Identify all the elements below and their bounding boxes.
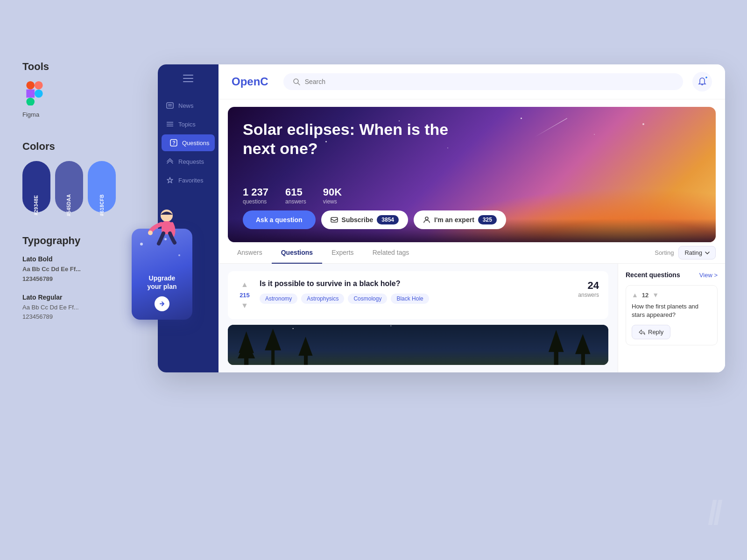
- nav-questions-label: Questions: [182, 140, 210, 147]
- app-logo: OpenC: [232, 75, 268, 88]
- stat-answers: 615 answers: [285, 186, 306, 205]
- color-label-1: #29348E: [34, 195, 39, 216]
- tag-astrophysics[interactable]: Astrophysics: [301, 294, 344, 304]
- expert-icon: [423, 216, 430, 224]
- list-item: ▲ 12 ▼ How the first planets and stars a…: [626, 285, 718, 345]
- expert-button[interactable]: I'm an expert 325: [414, 210, 506, 229]
- color-swatches: #29348E #545DAA #618CFB: [22, 161, 125, 212]
- questions-list: ▲ 215 ▼ Is it possible to survive in a b…: [218, 264, 618, 372]
- table-row: ▲ 215 ▼ Is it possible to survive in a b…: [228, 271, 608, 319]
- hero-banner: Solar eclipses: When is the next one? 1 …: [228, 107, 716, 242]
- svg-point-3: [35, 90, 43, 98]
- svg-text:?: ?: [173, 140, 176, 146]
- rq-vote-count: 12: [642, 292, 648, 299]
- tab-related-tags[interactable]: Related tags: [363, 242, 419, 264]
- questions-icon: ?: [170, 139, 177, 147]
- upgrade-figure: [141, 206, 183, 258]
- sidebar-item-questions[interactable]: ? Questions: [162, 134, 215, 151]
- answers-number: 24: [571, 280, 599, 292]
- reply-button[interactable]: Reply: [632, 325, 670, 339]
- reply-label: Reply: [648, 329, 663, 336]
- search-input[interactable]: [305, 78, 674, 85]
- notification-button[interactable]: [692, 72, 712, 91]
- color-swatch-3: #618CFB: [88, 161, 116, 212]
- svg-point-24: [390, 325, 391, 326]
- hamburger-icon: [183, 75, 193, 82]
- tag-black-hole[interactable]: Black Hole: [391, 294, 429, 304]
- svg-rect-1: [35, 81, 43, 90]
- sidebar-item-favorites[interactable]: Favorites: [158, 172, 218, 189]
- rq-question-text: How the first planets and stars appeared…: [632, 302, 712, 319]
- subscribe-icon: [331, 216, 338, 224]
- app-header: OpenC: [218, 64, 725, 99]
- upgrade-btn[interactable]: [155, 296, 169, 311]
- content-grid: ▲ 215 ▼ Is it possible to survive in a b…: [218, 264, 725, 372]
- expert-count: 325: [478, 215, 497, 224]
- expert-label: I'm an expert: [434, 216, 474, 224]
- tabs-bar: Answers Questions Experts Related tags S…: [218, 242, 725, 264]
- vote-down-button[interactable]: ▼: [240, 301, 250, 311]
- ask-question-button[interactable]: Ask a question: [243, 210, 316, 229]
- tag-cosmology[interactable]: Cosmology: [348, 294, 387, 304]
- svg-rect-4: [26, 98, 35, 105]
- vote-up-button[interactable]: ▲: [240, 280, 250, 290]
- requests-icon: [166, 158, 174, 165]
- search-icon: [293, 78, 300, 85]
- right-sidebar: Recent questions View > ▲ 12 ▼ How the f…: [618, 264, 725, 372]
- favorites-icon: [166, 176, 174, 184]
- notification-dot: [705, 76, 708, 79]
- tab-experts[interactable]: Experts: [322, 242, 363, 264]
- type-block-regular: Lato Regular Aa Bb Cc Dd Ee Ff... 123456…: [22, 294, 125, 322]
- question-title: Is it possible to survive in a black hol…: [260, 280, 564, 288]
- rq-vote-down-button[interactable]: ▼: [652, 291, 659, 299]
- tag-astronomy[interactable]: Astronomy: [260, 294, 297, 304]
- stat-views-value: 90K: [323, 186, 342, 198]
- vote-section: ▲ 215 ▼: [237, 280, 252, 311]
- stat-answers-value: 615: [285, 186, 306, 198]
- svg-rect-8: [167, 103, 173, 108]
- figma-icon: [22, 81, 47, 105]
- svg-point-5: [161, 210, 173, 222]
- type-block-bold: Lato Bold Aa Bb Cc Dd Ee Ff... 123456789: [22, 255, 125, 284]
- color-label-2: #545DAA: [66, 194, 71, 216]
- question-main: Is it possible to survive in a black hol…: [260, 280, 564, 304]
- stat-views-label: views: [323, 198, 342, 205]
- nav-topics-label: Topics: [178, 121, 196, 128]
- sorting-select[interactable]: Rating: [678, 246, 716, 259]
- sorting-area: Sorting Rating: [655, 246, 716, 259]
- tab-questions[interactable]: Questions: [272, 242, 322, 264]
- subscribe-count: 3854: [377, 215, 399, 224]
- search-bar[interactable]: [283, 73, 683, 90]
- browser-window: News Topics ? Questions: [158, 64, 725, 372]
- stat-questions-value: 1 237: [243, 186, 268, 198]
- type-regular-name: Lato Regular: [22, 294, 125, 301]
- answers-count: 24 answers: [571, 280, 599, 298]
- subscribe-button[interactable]: Subscribe 3854: [321, 210, 408, 229]
- figma-tool[interactable]: Figma: [22, 81, 125, 118]
- upgrade-text: Upgrade your plan: [147, 274, 176, 291]
- sorting-label: Sorting: [655, 249, 674, 256]
- chevron-down-icon: [705, 252, 710, 254]
- rq-vote-up-button[interactable]: ▲: [632, 291, 638, 299]
- type-bold-sample1: Aa Bb Cc Dd Ee Ff...: [22, 265, 125, 274]
- hero-content: Solar eclipses: When is the next one? 1 …: [228, 107, 716, 242]
- color-label-3: #618CFB: [99, 194, 105, 216]
- type-regular-sample2: 123456789: [22, 312, 125, 322]
- stat-questions-label: questions: [243, 198, 268, 205]
- stat-questions: 1 237 questions: [243, 186, 268, 205]
- sidebar-item-topics[interactable]: Topics: [158, 116, 218, 133]
- svg-rect-0: [26, 81, 35, 90]
- hamburger-button[interactable]: [158, 75, 218, 82]
- tab-answers[interactable]: Answers: [228, 242, 272, 264]
- nav-requests-label: Requests: [178, 158, 204, 165]
- vote-count: 215: [240, 292, 250, 299]
- sidebar-item-news[interactable]: News: [158, 97, 218, 114]
- view-all-link[interactable]: View >: [699, 272, 718, 279]
- colors-section: Colors #29348E #545DAA #618CFB: [22, 140, 125, 212]
- typography-title: Typography: [22, 235, 125, 247]
- colors-title: Colors: [22, 140, 125, 153]
- rq-vote-row: ▲ 12 ▼: [632, 291, 712, 299]
- sidebar-item-requests[interactable]: Requests: [158, 153, 218, 170]
- answers-label: answers: [571, 292, 599, 298]
- hero-stats: 1 237 questions 615 answers 90K views: [243, 186, 701, 205]
